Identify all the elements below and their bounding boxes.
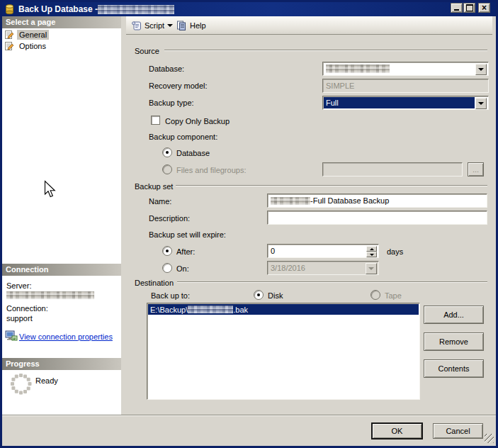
- ellipsis-label: ...: [472, 165, 479, 174]
- redacted-database-name: [98, 5, 174, 14]
- destination-section-label: Destination: [135, 279, 174, 287]
- sidebar-item-general[interactable]: General: [2, 29, 121, 40]
- chevron-down-icon: [478, 102, 484, 105]
- backup-type-combobox[interactable]: Full: [322, 96, 489, 110]
- redacted-backup-filename: [188, 306, 233, 313]
- help-icon: [176, 20, 187, 31]
- backup-type-value: Full: [324, 97, 475, 108]
- help-label: Help: [190, 21, 206, 30]
- expire-after-label: After:: [176, 247, 195, 256]
- spin-up-icon: [370, 248, 374, 250]
- backup-path-suffix: .bak: [233, 306, 248, 314]
- database-label: Database:: [149, 65, 184, 73]
- help-button[interactable]: Help: [173, 18, 209, 33]
- database-dropdown-button[interactable]: [475, 64, 487, 75]
- page-icon: [4, 41, 14, 51]
- cancel-button[interactable]: Cancel: [433, 423, 483, 439]
- recovery-model-field: SIMPLE: [322, 79, 489, 93]
- script-button[interactable]: Script: [128, 18, 176, 33]
- name-label: Name:: [149, 197, 171, 206]
- ok-button-label: OK: [392, 427, 403, 435]
- description-label: Description:: [149, 214, 190, 223]
- files-filegroups-field: [322, 162, 463, 177]
- sidebar-item-options[interactable]: Options: [2, 40, 121, 52]
- title-bar[interactable]: Back Up Database -: [2, 2, 496, 16]
- expire-after-value: 0: [271, 247, 275, 255]
- add-button-label: Add...: [443, 310, 464, 319]
- resize-grip[interactable]: [485, 434, 494, 443]
- tape-radio: [370, 290, 380, 300]
- select-a-page-header: Select a page: [2, 16, 121, 28]
- mouse-cursor: [44, 180, 56, 199]
- expire-after-radio[interactable]: [162, 246, 172, 256]
- connection-properties-icon: [5, 330, 18, 342]
- expire-on-date-field: 3/18/2016: [267, 261, 379, 275]
- redacted-server-name: [6, 291, 94, 299]
- component-database-label: Database: [176, 149, 210, 157]
- window-title: Back Up Database -: [18, 4, 98, 14]
- expire-label: Backup set will expire:: [149, 230, 226, 239]
- redacted-database-value: [326, 65, 390, 73]
- database-icon: [4, 4, 15, 15]
- days-label: days: [387, 247, 403, 256]
- expire-on-date-value: 3/18/2016: [271, 264, 305, 272]
- script-label: Script: [145, 21, 164, 30]
- connection-header: Connection: [2, 264, 121, 276]
- contents-button[interactable]: Contents: [424, 359, 484, 378]
- spin-down-icon: [370, 254, 374, 256]
- contents-button-label: Contents: [438, 364, 469, 373]
- copy-only-backup-checkbox[interactable]: [151, 116, 160, 125]
- database-combobox[interactable]: [322, 62, 489, 76]
- disk-label: Disk: [268, 291, 283, 300]
- progress-status: Ready: [35, 376, 58, 385]
- spin-down-button[interactable]: [366, 252, 377, 257]
- chevron-down-icon: [368, 267, 374, 270]
- close-button[interactable]: ×: [478, 3, 490, 13]
- ok-button[interactable]: OK: [372, 423, 422, 439]
- add-button[interactable]: Add...: [424, 306, 484, 324]
- minimize-button[interactable]: [451, 3, 463, 13]
- files-filegroups-label: Files and filegroups:: [176, 166, 246, 174]
- name-input[interactable]: -Full Database Backup: [267, 194, 487, 208]
- script-icon: [130, 20, 142, 31]
- name-suffix: -Full Database Backup: [310, 196, 389, 205]
- backup-set-section-label: Backup set: [135, 182, 173, 191]
- source-divider: [164, 50, 487, 51]
- expire-after-input[interactable]: 0: [267, 244, 379, 258]
- remove-button-label: Remove: [439, 337, 468, 346]
- view-connection-properties-link[interactable]: View connection properties: [19, 332, 113, 341]
- recovery-model-value: SIMPLE: [326, 82, 354, 90]
- copy-only-backup-label: Copy Only Backup: [165, 117, 230, 125]
- chevron-down-icon: [478, 68, 484, 71]
- back-up-to-label: Back up to:: [151, 291, 190, 300]
- backup-type-dropdown-button[interactable]: [475, 98, 487, 109]
- component-database-radio[interactable]: [162, 147, 172, 157]
- backup-database-dialog: Back Up Database - × Select a page Gener…: [0, 0, 498, 448]
- recovery-model-label: Recovery model:: [149, 82, 208, 90]
- redacted-name-prefix: [271, 197, 310, 205]
- remove-button[interactable]: Remove: [424, 332, 484, 351]
- toolbar: Script Help: [126, 16, 492, 35]
- backup-path-prefix: E:\Backup\: [150, 306, 188, 314]
- footer-divider: [2, 415, 496, 416]
- sidebar-item-label: Options: [17, 41, 48, 51]
- backup-set-divider: [176, 185, 487, 186]
- sidebar-item-label: General: [17, 30, 49, 40]
- expire-on-radio[interactable]: [162, 263, 172, 273]
- connection-value: support: [6, 314, 33, 323]
- description-input[interactable]: [267, 211, 487, 225]
- minimize-icon: [454, 9, 459, 11]
- cancel-button-label: Cancel: [446, 427, 470, 435]
- backup-path-item[interactable]: E:\Backup\.bak: [148, 304, 419, 315]
- maximize-button[interactable]: [463, 3, 475, 13]
- spin-up-button[interactable]: [366, 246, 377, 252]
- disk-radio[interactable]: [254, 290, 264, 300]
- browse-filegroups-button: ...: [468, 162, 484, 177]
- source-section-label: Source: [135, 47, 159, 55]
- tape-label: Tape: [385, 291, 402, 300]
- connection-label: Connection:: [6, 304, 48, 313]
- expire-on-label: On:: [176, 264, 189, 273]
- close-icon: ×: [482, 4, 487, 11]
- page-icon: [4, 30, 14, 40]
- destination-listbox[interactable]: E:\Backup\.bak: [147, 303, 420, 400]
